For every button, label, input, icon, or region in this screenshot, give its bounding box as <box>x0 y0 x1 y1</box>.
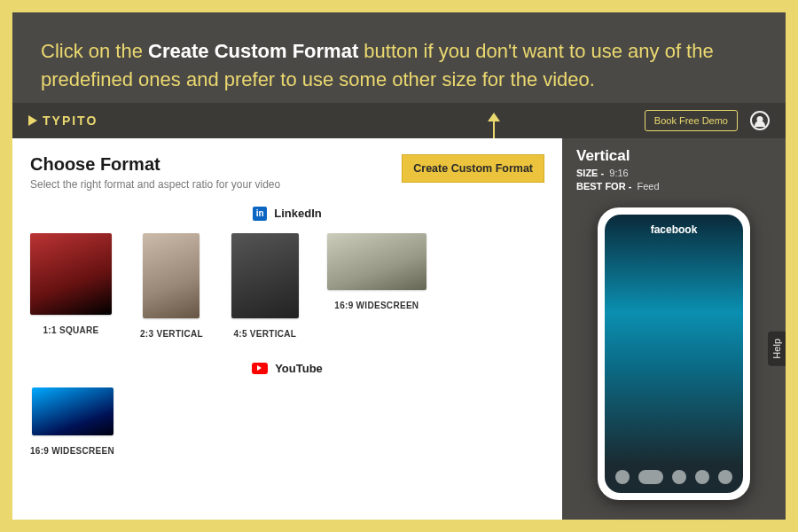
preview-bestfor-value: Feed <box>637 181 659 192</box>
tutorial-caption: Click on the Create Custom Format button… <box>12 12 786 103</box>
brand-logo[interactable]: TYPITO <box>28 113 98 128</box>
dot-icon <box>718 470 732 484</box>
youtube-icon <box>252 363 268 374</box>
play-triangle-icon <box>28 115 37 126</box>
preview-size-label: SIZE - <box>576 168 604 178</box>
help-tab[interactable]: Help <box>768 332 786 366</box>
preview-size-row: SIZE - 9:16 <box>576 168 771 178</box>
preview-bestfor-label: BEST FOR - <box>576 181 631 192</box>
platform-youtube-header: YouTube <box>30 362 544 375</box>
format-label: 16:9 WIDESCREEN <box>30 446 114 456</box>
preview-size-value: 9:16 <box>609 168 628 178</box>
panel-subtitle: Select the right format and aspect ratio… <box>30 178 402 191</box>
book-demo-button[interactable]: Book Free Demo <box>645 110 738 131</box>
create-custom-format-button[interactable]: Create Custom Format <box>402 154 544 183</box>
format-label: 2:3 VERTICAL <box>140 329 203 339</box>
thumbnail-image <box>327 233 426 290</box>
platform-linkedin-header: LinkedIn <box>30 207 544 221</box>
format-tile-yt-16-9[interactable]: 16:9 WIDESCREEN <box>30 387 114 456</box>
linkedin-label: LinkedIn <box>274 207 321 220</box>
dot-icon <box>695 470 709 484</box>
phone-mockup: facebook <box>598 207 750 500</box>
panel-title: Choose Format <box>30 154 402 175</box>
top-bar: TYPITO Book Free Demo <box>12 103 786 138</box>
preview-bestfor-row: BEST FOR - Feed <box>576 181 771 192</box>
format-tile-square[interactable]: 1:1 SQUARE <box>30 233 112 339</box>
preview-panel: Vertical SIZE - 9:16 BEST FOR - Feed fac… <box>562 138 786 520</box>
facebook-logo-text: facebook <box>605 223 743 236</box>
caption-pre: Click on the <box>41 40 148 62</box>
youtube-formats-grid: 16:9 WIDESCREEN <box>30 384 544 463</box>
dot-icon <box>615 470 630 484</box>
caption-bold: Create Custom Format <box>148 40 358 62</box>
format-tile-16-9[interactable]: 16:9 WIDESCREEN <box>327 233 426 339</box>
thumbnail-image <box>32 387 113 435</box>
format-tile-2-3[interactable]: 2:3 VERTICAL <box>140 233 203 339</box>
format-label: 4:5 VERTICAL <box>233 329 296 339</box>
format-tile-4-5[interactable]: 4:5 VERTICAL <box>231 233 299 339</box>
pill-icon <box>638 470 663 484</box>
user-avatar-icon[interactable] <box>750 111 770 130</box>
dot-icon <box>672 470 686 484</box>
preview-title: Vertical <box>576 147 771 165</box>
app-window: TYPITO Book Free Demo Choose Format Sele… <box>12 103 786 520</box>
linkedin-formats-grid: 1:1 SQUARE 2:3 VERTICAL 4:5 VERTICAL 16:… <box>30 230 544 346</box>
phone-screen: facebook <box>605 215 743 493</box>
phone-nav-dots <box>605 470 743 484</box>
thumbnail-image <box>143 233 200 318</box>
brand-text: TYPITO <box>43 113 98 128</box>
linkedin-icon <box>253 207 267 221</box>
thumbnail-image <box>231 233 299 318</box>
youtube-label: YouTube <box>275 362 323 375</box>
format-label: 1:1 SQUARE <box>43 325 98 335</box>
thumbnail-image <box>30 233 112 315</box>
format-label: 16:9 WIDESCREEN <box>334 301 419 310</box>
choose-format-panel: Choose Format Select the right format an… <box>12 138 562 520</box>
